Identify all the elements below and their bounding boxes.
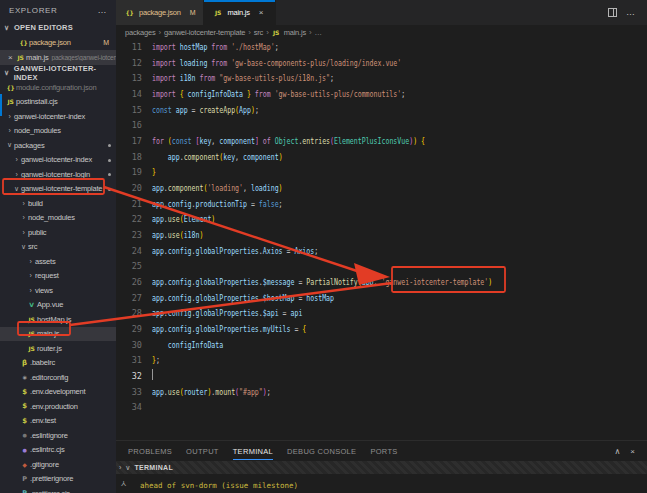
code-line[interactable]: 28app.config.globalProperties.$api = api	[116, 305, 647, 321]
tree-item-postinstall-cjs[interactable]: JSpostinstall.cjs	[0, 95, 116, 110]
line-number: 18	[116, 152, 142, 162]
more-actions-icon[interactable]: …	[97, 8, 107, 12]
terminal-content[interactable]: Y ahead of svn-dorm (issue milestone)	[116, 474, 647, 493]
close-icon[interactable]: ×	[259, 8, 263, 17]
code-line-content: app.config.globalProperties.Axios = Axio…	[152, 246, 318, 256]
tree-item-assets[interactable]: ›assets	[0, 254, 116, 269]
close-icon[interactable]: ×	[8, 53, 15, 62]
tree-item--babelrc[interactable]: β.babelrc	[0, 356, 116, 371]
tree-item-ganwei-iotcenter-login[interactable]: ›ganwei-iotcenter-login	[0, 167, 116, 182]
panel-tab-ports[interactable]: PORTS	[370, 443, 397, 460]
maximize-panel-icon[interactable]: ∧	[614, 447, 620, 456]
code-line[interactable]: 31};	[116, 352, 647, 368]
panel-tab-debug-console[interactable]: DEBUG CONSOLE	[287, 443, 356, 460]
breadcrumb-item[interactable]: main.js	[284, 28, 306, 37]
tree-item--gitignore[interactable]: ◆.gitignore	[0, 457, 116, 472]
modified-dot	[108, 188, 111, 191]
code-line[interactable]: 22app.use(Element)	[116, 211, 647, 227]
panel-tab-problems[interactable]: PROBLEMS	[128, 443, 172, 460]
breadcrumb-separator: ›	[266, 28, 268, 37]
tree-item--env-development[interactable]: $.env.development	[0, 385, 116, 400]
chevron-right-icon: ›	[26, 287, 35, 294]
code-line[interactable]: 26app.config.globalProperties.$message =…	[116, 274, 647, 290]
line-number: 19	[116, 167, 142, 177]
code-line[interactable]: 15const app = createApp(App);	[116, 102, 647, 118]
close-panel-icon[interactable]: ×	[630, 447, 635, 456]
chevron-right-icon[interactable]: ›	[119, 464, 121, 471]
tab-main-js[interactable]: JSmain.js×	[204, 0, 276, 25]
modified-dot	[108, 173, 111, 176]
code-line[interactable]: 34	[116, 399, 647, 415]
code-line[interactable]: 20app.component('loading', loading)	[116, 180, 647, 196]
open-editor-item[interactable]: ×JSmain.jspackages\ganwei-iotcenter-tem…	[0, 50, 116, 65]
tree-item-views[interactable]: ›views	[0, 283, 116, 298]
code-line[interactable]: 23app.use(i18n)	[116, 227, 647, 243]
tree-item--env-test[interactable]: $.env.test	[0, 414, 116, 429]
active-view-indicator	[0, 94, 2, 116]
breadcrumb-item[interactable]: packages	[125, 28, 156, 37]
tree-item--eslintignore[interactable]: ●.eslintignore	[0, 428, 116, 443]
open-editor-item[interactable]: {}package.jsonM	[0, 35, 116, 50]
tree-item--prettierignore[interactable]: P.prettierignore	[0, 472, 116, 487]
tree-item-node-modules[interactable]: ›node_modules	[0, 124, 116, 139]
code-line[interactable]: 11import hostMap from './hostMap';	[116, 39, 647, 55]
code-line[interactable]: 16	[116, 117, 647, 133]
code-line[interactable]: 30 configInfoData	[116, 337, 647, 353]
split-editor-icon[interactable]	[608, 8, 617, 17]
vue-icon: V	[26, 301, 37, 308]
tree-item-hostmap-js[interactable]: JShostMap.js	[0, 312, 116, 327]
tree-item-request[interactable]: ›request	[0, 269, 116, 284]
line-number: 14	[116, 89, 142, 99]
tree-item-ganwei-iotcenter-index[interactable]: ›ganwei-iotcenter-index	[0, 153, 116, 168]
tree-item-router-js[interactable]: JSrouter.js	[0, 341, 116, 356]
tree-item-app-vue[interactable]: VApp.vue	[0, 298, 116, 313]
code-line[interactable]: 32	[116, 368, 647, 384]
chevron-down-icon[interactable]: ∨	[125, 464, 130, 472]
tree-item--prettierrc-cjs[interactable]: P.prettierrc.cjs	[0, 486, 116, 493]
tree-item-label: packages	[14, 141, 45, 150]
tree-item-build[interactable]: ›build	[0, 196, 116, 211]
breadcrumb-item[interactable]: src	[254, 28, 263, 37]
modified-badge: M	[103, 39, 109, 46]
tree-item-public[interactable]: ›public	[0, 225, 116, 240]
tree-item-module-configuration-json[interactable]: {}module.configuration.json	[0, 80, 116, 95]
code-line[interactable]: 17for (const [key, component] of Object.…	[116, 133, 647, 149]
tab-package-json[interactable]: {}package.jsonM	[116, 0, 204, 25]
tree-item--env-production[interactable]: $.env.production	[0, 399, 116, 414]
code-line[interactable]: 29app.config.globalProperties.myUtils = …	[116, 321, 647, 337]
breadcrumb-item[interactable]: …	[314, 28, 321, 37]
tree-item--eslintrc-cjs[interactable]: ●.eslintrc.cjs	[0, 443, 116, 458]
code-line[interactable]: 33app.use(router).mount("#app");	[116, 384, 647, 400]
tree-item-node-modules[interactable]: ›node_modules	[0, 211, 116, 226]
line-number: 34	[116, 402, 142, 412]
chevron-right-icon: ›	[19, 200, 28, 207]
code-line[interactable]: 27app.config.globalProperties.$hostMap =…	[116, 290, 647, 306]
code-line[interactable]: 21app.config.productionTip = false;	[116, 196, 647, 212]
code-editor[interactable]: 11import hostMap from './hostMap';12impo…	[116, 39, 647, 440]
project-section-header[interactable]: ∨ GANWEI-IOTCENTER-INDEX	[0, 65, 116, 80]
terminal-section-bar[interactable]: › ∨ TERMINAL	[116, 461, 647, 474]
tree-item-packages[interactable]: ∨packages	[0, 138, 116, 153]
code-line-content: app.config.globalProperties.$message = P…	[152, 277, 492, 287]
modified-dot	[108, 159, 111, 162]
more-actions-icon[interactable]: …	[626, 11, 636, 14]
javascript-icon: JS	[212, 9, 223, 16]
tree-item--editorconfig[interactable]: ◉.editorconfig	[0, 370, 116, 385]
code-line[interactable]: 19}	[116, 164, 647, 180]
tree-item-src[interactable]: ∨src	[0, 240, 116, 255]
tree-item-label: ganwei-iotcenter-index	[21, 155, 92, 164]
code-line[interactable]: 25	[116, 258, 647, 274]
tree-item-ganwei-iotcenter-template[interactable]: ∨ganwei-iotcenter-template	[0, 182, 116, 197]
tree-item-main-js[interactable]: JSmain.js	[0, 327, 116, 342]
open-editors-section-header[interactable]: ∨ OPEN EDITORS	[0, 20, 116, 35]
code-line[interactable]: 24app.config.globalProperties.Axios = Ax…	[116, 243, 647, 259]
code-line[interactable]: 12import loading from 'gw-base-component…	[116, 55, 647, 71]
panel-tab-terminal[interactable]: TERMINAL	[233, 443, 273, 460]
code-line[interactable]: 13import i18n from "gw-base-utils-plus/i…	[116, 70, 647, 86]
code-line[interactable]: 18 app.component(key, component)	[116, 149, 647, 165]
tree-item-ganwei-iotcenter-index[interactable]: ›ganwei-iotcenter-index	[0, 109, 116, 124]
panel-tab-output[interactable]: OUTPUT	[186, 443, 219, 460]
code-line[interactable]: 14import { configInfoData } from 'gw-bas…	[116, 86, 647, 102]
breadcrumb-item[interactable]: ganwei-iotcenter-template	[164, 28, 245, 37]
code-line-content: app.config.productionTip = false;	[152, 199, 283, 209]
